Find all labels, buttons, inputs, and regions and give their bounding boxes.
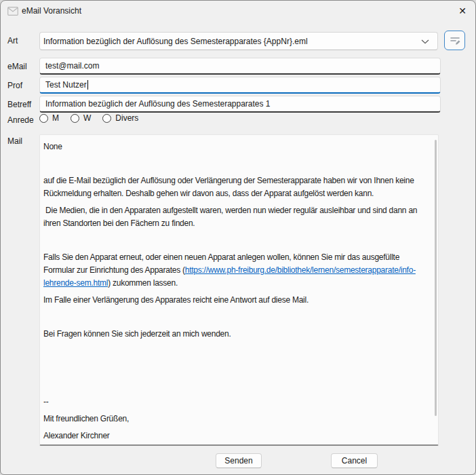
mail-paragraph: Bei Fragen können Sie sich jederzeit an …	[43, 328, 429, 341]
prof-input-value: Test Nutzer	[45, 80, 87, 90]
mail-paragraph: Alexander Kirchner	[43, 430, 429, 442]
radio-anrede-m[interactable]: M	[39, 113, 59, 123]
mail-text-segment: None	[43, 142, 62, 151]
radio-label-m: M	[52, 113, 59, 123]
mail-paragraph	[43, 157, 429, 170]
radio-anrede-divers[interactable]: Divers	[102, 113, 138, 123]
anrede-label: Anrede	[7, 115, 34, 125]
mail-paragraph	[43, 234, 429, 247]
betreff-input[interactable]: Information bezüglich der Auflösung des …	[39, 96, 441, 113]
prof-input[interactable]: Test Nutzer	[39, 77, 441, 94]
mail-text-segment: --	[43, 397, 49, 406]
mail-body-textarea[interactable]: Noneauf die E-Mail bezüglich der Auflösu…	[39, 134, 439, 446]
betreff-input-value: Information bezüglich der Auflösung des …	[45, 99, 271, 109]
title-bar: eMail Voransicht ✕	[1, 1, 475, 22]
art-combobox[interactable]: Information bezüglich der Auflösung des …	[39, 32, 438, 50]
mail-label: Mail	[7, 136, 22, 146]
radio-label-w: W	[83, 113, 91, 123]
mail-paragraph	[43, 362, 429, 375]
edit-template-button[interactable]	[444, 31, 465, 50]
mail-text-segment: Mit freundlichen Grüßen,	[43, 414, 129, 423]
mail-text-segment: Bei Fragen können Sie sich jederzeit an …	[43, 329, 231, 339]
email-label: eMail	[7, 62, 27, 71]
edit-note-icon	[449, 35, 461, 47]
send-button[interactable]: Senden	[216, 453, 262, 468]
art-combobox-value: Information bezüglich der Auflösung des …	[43, 37, 308, 46]
email-input-value: test@mail.com	[45, 61, 100, 71]
mail-text-segment: ) zukommen lassen.	[108, 278, 178, 288]
close-button[interactable]: ✕	[452, 1, 473, 21]
cancel-button[interactable]: Cancel	[331, 453, 378, 468]
window-title: eMail Voransicht	[22, 6, 81, 16]
art-label: Art	[7, 36, 18, 45]
mail-text-segment: Im Falle einer Verlängerung des Apparate…	[43, 295, 309, 305]
mail-text-segment: auf die E-Mail bezüglich der Auflösung o…	[43, 176, 416, 198]
scrollbar-thumb[interactable]	[435, 140, 437, 416]
mail-text-segment: Alexander Kirchner	[43, 431, 110, 440]
radio-circle-icon	[102, 114, 111, 123]
mail-paragraph	[43, 379, 429, 392]
mail-paragraph: auf die E-Mail bezüglich der Auflösung o…	[43, 174, 429, 200]
text-caret	[87, 80, 89, 90]
radio-anrede-w[interactable]: W	[71, 113, 91, 123]
mail-paragraph: None	[43, 140, 429, 153]
radio-circle-icon	[71, 114, 79, 123]
prof-label: Prof	[7, 81, 22, 90]
mail-paragraph: Die Medien, die in den Apparaten aufgest…	[43, 204, 429, 230]
mail-text-segment: Die Medien, die in den Apparaten aufgest…	[43, 206, 419, 228]
email-input[interactable]: test@mail.com	[39, 58, 441, 75]
chevron-down-icon	[421, 39, 429, 44]
mail-paragraph: Falls Sie den Apparat erneut, oder einen…	[43, 251, 429, 290]
anrede-radio-group: M W Divers	[39, 113, 138, 123]
betreff-label: Betreff	[7, 100, 31, 109]
radio-circle-icon	[39, 114, 48, 123]
mail-paragraph	[43, 311, 429, 324]
mail-paragraph	[43, 345, 429, 358]
mail-paragraph: Mit freundlichen Grüßen,	[43, 413, 429, 425]
mail-paragraph: Im Falle einer Verlängerung des Apparate…	[43, 294, 429, 307]
envelope-icon	[7, 7, 18, 16]
mail-paragraph: --	[43, 396, 429, 408]
email-preview-dialog: eMail Voransicht ✕ Art Information bezüg…	[0, 0, 476, 475]
radio-label-divers: Divers	[115, 113, 138, 123]
